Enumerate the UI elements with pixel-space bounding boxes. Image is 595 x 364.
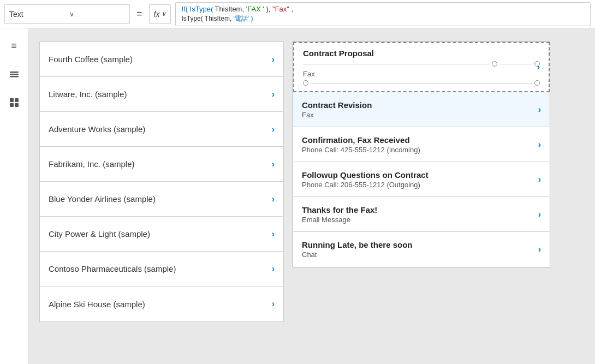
- list-item[interactable]: City Power & Light (sample) ›: [40, 217, 283, 252]
- list-item-chevron-icon: ›: [272, 89, 275, 99]
- handle-dot-icon[interactable]: [534, 80, 540, 86]
- list-item-chevron-icon: ›: [272, 124, 275, 134]
- detail-item-title: Contract Revision: [302, 100, 538, 110]
- list-item[interactable]: Fabrikam, Inc. (sample) ›: [40, 147, 283, 182]
- detail-first-content: Contract Proposal Fax: [294, 43, 549, 91]
- detail-item-subtitle: Fax: [302, 111, 538, 119]
- field-selector[interactable]: Text ∨: [4, 4, 130, 24]
- svg-rect-3: [10, 98, 14, 102]
- detail-item-title: Followup Questions on Contract: [302, 170, 538, 180]
- equals-sign: =: [134, 8, 145, 20]
- main-area: ≡ Fourth Coffee (sample) ›: [0, 28, 595, 364]
- detail-item-title: Contract Proposal: [303, 49, 540, 58]
- left-list-panel: Fourth Coffee (sample) › Litware, Inc. (…: [39, 41, 284, 322]
- list-item-chevron-icon: ›: [272, 264, 275, 274]
- right-detail-panel: Contract Proposal Fax: [293, 41, 550, 267]
- sidebar-icons: ≡: [0, 28, 28, 364]
- svg-rect-1: [10, 74, 19, 75]
- svg-rect-2: [10, 76, 19, 77]
- fx-label: fx: [154, 10, 160, 19]
- detail-item-title: Thanks for the Fax!: [302, 205, 538, 214]
- detail-item-subtitle: Email Message: [302, 216, 538, 224]
- field-selector-label: Text: [9, 10, 65, 19]
- list-item-chevron-icon: ›: [272, 194, 275, 204]
- svg-rect-6: [15, 103, 19, 107]
- list-item[interactable]: Fourth Coffee (sample) ›: [40, 42, 283, 77]
- field-selector-chevron-icon: ∨: [69, 10, 125, 18]
- detail-item[interactable]: Thanks for the Fax! Email Message ›: [293, 197, 550, 232]
- fx-chevron-icon: ∨: [162, 10, 166, 17]
- grid-icon[interactable]: [5, 94, 23, 111]
- detail-item[interactable]: Followup Questions on Contract Phone Cal…: [293, 162, 550, 197]
- detail-item[interactable]: Contract Revision Fax ›: [293, 92, 550, 127]
- detail-item-chevron-icon: ›: [538, 244, 541, 254]
- detail-item-chevron-icon: ›: [538, 210, 541, 219]
- list-item-chevron-icon: ›: [272, 159, 275, 169]
- svg-rect-5: [10, 103, 14, 107]
- top-bar: Text ∨ = fx ∨ If( IsType( ThisItem, 'FAX…: [0, 0, 595, 28]
- list-item-chevron-icon: ›: [272, 55, 275, 64]
- detail-item-chevron-icon: ›: [538, 105, 541, 115]
- hamburger-menu-icon[interactable]: ≡: [5, 37, 23, 55]
- formula-line-2: IsType( ThisItem, '電話' ): [181, 14, 585, 23]
- detail-item-subtitle: Phone Call: 425-555-1212 (Incoming): [302, 146, 538, 154]
- fx-button[interactable]: fx ∨: [149, 4, 171, 24]
- list-item[interactable]: Adventure Works (sample) ›: [40, 112, 283, 147]
- list-item[interactable]: Blue Yonder Airlines (sample) ›: [40, 182, 283, 217]
- list-item-chevron-icon: ›: [272, 229, 275, 239]
- detail-item[interactable]: Running Late, be there soon Chat ›: [293, 232, 550, 267]
- detail-item-subtitle: Chat: [302, 250, 538, 259]
- svg-rect-0: [10, 71, 19, 73]
- detail-item-chevron-icon: ›: [538, 175, 541, 184]
- detail-item-chevron-icon: ›: [538, 140, 541, 150]
- list-item-chevron-icon: ›: [272, 299, 275, 309]
- resize-handles-row2: [303, 80, 540, 86]
- handle-dot-icon[interactable]: [492, 61, 497, 67]
- list-item[interactable]: Litware, Inc. (sample) ›: [40, 77, 283, 112]
- detail-item-highlighted[interactable]: Contract Proposal Fax: [293, 42, 550, 92]
- formula-bar[interactable]: If( IsType( ThisItem, 'FAX ' ), "Fax" , …: [175, 2, 591, 26]
- layers-icon[interactable]: [5, 65, 23, 83]
- detail-item-title: Running Late, be there soon: [302, 240, 538, 249]
- svg-rect-4: [15, 98, 19, 102]
- handle-dot-icon[interactable]: [303, 80, 308, 86]
- detail-item-subtitle: Phone Call: 206-555-1212 (Outgoing): [302, 181, 538, 189]
- list-item[interactable]: Alpine Ski House (sample) ›: [40, 287, 283, 321]
- detail-item-chevron-icon: ›: [537, 62, 540, 72]
- content-area: Fourth Coffee (sample) › Litware, Inc. (…: [28, 28, 595, 364]
- detail-item-subtitle: Fax: [303, 70, 315, 78]
- resize-handles: [303, 61, 540, 67]
- detail-item-title: Confirmation, Fax Received: [302, 135, 538, 145]
- list-item[interactable]: Contoso Pharmaceuticals (sample) ›: [40, 252, 283, 287]
- formula-line-1: If( IsType( ThisItem, 'FAX ' ), "Fax" ,: [181, 4, 585, 14]
- detail-item[interactable]: Confirmation, Fax Received Phone Call: 4…: [293, 127, 550, 162]
